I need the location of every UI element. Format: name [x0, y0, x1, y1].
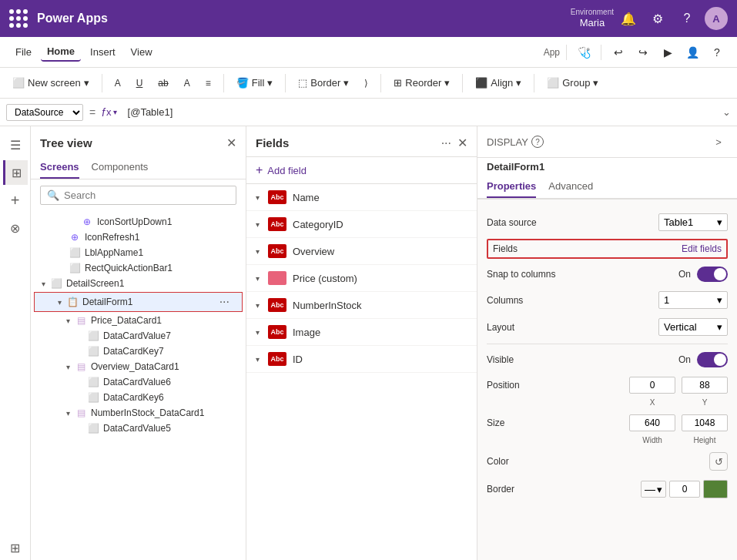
tree-item-numberinstock-datacard1[interactable]: ▾ ▤ NumberInStock_DataCard1 — [31, 405, 246, 421]
card-icon: ▤ — [74, 315, 88, 326]
align-text-button[interactable]: ≡ — [199, 75, 217, 92]
tree-item-lblappname1[interactable]: ⬜ LblAppName1 — [31, 245, 246, 260]
help-topbar-icon[interactable]: ? — [675, 7, 698, 30]
sidebar-treeview-icon[interactable]: ⊞ — [3, 160, 28, 185]
prop-divider1 — [487, 344, 728, 344]
field-item-numberinstock[interactable]: ▾ Abc NumberInStock — [246, 292, 477, 319]
tree-label: DataCardKey7 — [103, 346, 236, 357]
tree-item-datacardvalue7[interactable]: ⬜ DataCardValue7 — [31, 328, 246, 344]
tree-item-detailform1[interactable]: ▾ 📋 DetailForm1 ··· — [34, 292, 243, 312]
property-selector[interactable]: DataSource — [6, 104, 83, 121]
formula-expand-icon[interactable]: ⌄ — [722, 106, 731, 118]
app-launcher-icon[interactable] — [9, 9, 28, 28]
tree-item-price-datacard1[interactable]: ▾ ▤ Price_DataCard1 — [31, 313, 246, 328]
tree-item-rectquickactionbar1[interactable]: ⬜ RectQuickActionBar1 — [31, 260, 246, 276]
avatar[interactable]: A — [705, 7, 728, 30]
group-button[interactable]: ⬜ Group ▾ — [541, 74, 605, 92]
menu-insert[interactable]: Insert — [84, 43, 122, 61]
tree-item-overview-datacard1[interactable]: ▾ ▤ Overview_DataCard1 — [31, 359, 246, 374]
strikethrough-button[interactable]: ab — [152, 75, 174, 92]
field-chevron-name: ▾ — [256, 193, 268, 202]
fields-close-button[interactable]: ✕ — [457, 136, 467, 150]
menu-view[interactable]: View — [125, 43, 159, 61]
field-item-name[interactable]: ▾ Abc Name — [246, 184, 477, 211]
run-icon[interactable]: ▶ — [657, 42, 678, 63]
tree-label: DataCardValue7 — [103, 330, 236, 341]
fields-more-icon[interactable]: ··· — [441, 136, 451, 150]
menu-home[interactable]: Home — [41, 42, 81, 62]
chevron-down-card: ▾ — [62, 317, 74, 325]
tree-item-datacardkey6[interactable]: ⬜ DataCardKey6 — [31, 390, 246, 405]
tab-components[interactable]: Components — [92, 156, 149, 179]
tree-close-button[interactable]: ✕ — [226, 136, 236, 150]
help-menubar-icon[interactable]: ? — [706, 42, 728, 63]
size-label: Size — [487, 417, 579, 428]
color-picker-icon[interactable]: ↺ — [709, 452, 728, 471]
share-icon[interactable]: 👤 — [682, 42, 703, 63]
tree-item-iconsortupdown1[interactable]: ⊕ IconSortUpDown1 — [31, 214, 246, 230]
sidebar-variables-icon[interactable]: ⊞ — [3, 535, 28, 560]
sidebar-data-icon[interactable]: ⊗ — [3, 216, 28, 240]
border-line-icon: — — [645, 483, 655, 495]
sidebar-menu-icon[interactable]: ☰ — [3, 132, 28, 157]
font-size-button[interactable]: A — [178, 75, 196, 92]
border-toolbar-button[interactable]: ⬚ Border ▾ — [292, 74, 355, 92]
field-label-overview: Overview — [293, 246, 467, 257]
bell-icon[interactable]: 🔔 — [617, 7, 640, 30]
field-chevron-price: ▾ — [256, 274, 268, 283]
border-width-input[interactable] — [669, 481, 700, 498]
health-icon[interactable]: 🩺 — [573, 42, 595, 63]
field-item-overview[interactable]: ▾ Abc Overview — [246, 238, 477, 265]
field-chevron-image: ▾ — [256, 328, 268, 337]
underline-button[interactable]: U — [130, 75, 149, 92]
tree-item-iconrefresh1[interactable]: ⊕ IconRefresh1 — [31, 230, 246, 245]
redo-icon[interactable]: ↪ — [632, 42, 654, 63]
menu-file[interactable]: File — [9, 43, 38, 61]
environment-selector[interactable]: Environment Maria — [571, 7, 614, 30]
columns-selector[interactable]: 1 ▾ — [658, 291, 728, 309]
add-field-button[interactable]: + Add field — [246, 157, 477, 184]
tree-item-datacardkey7[interactable]: ⬜ DataCardKey7 — [31, 344, 246, 359]
text-format-button[interactable]: A — [109, 75, 127, 92]
snap-toggle[interactable] — [697, 267, 728, 282]
reorder-button[interactable]: ⊞ Reorder ▾ — [387, 74, 456, 92]
edit-fields-button[interactable]: Edit fields — [682, 243, 722, 254]
fields-panel: Fields ··· ✕ + Add field ▾ Abc Name ▾ Ab… — [246, 126, 477, 560]
size-width-input[interactable] — [629, 414, 675, 431]
size-height-input[interactable] — [682, 414, 728, 431]
tree-item-datacardvalue5[interactable]: ⬜ DataCardValue5 — [31, 421, 246, 436]
tab-properties[interactable]: Properties — [487, 176, 536, 198]
chevron-down-cols-icon: ▾ — [717, 294, 722, 306]
display-help-icon[interactable]: ? — [531, 136, 544, 148]
position-x-input[interactable] — [629, 377, 675, 394]
tab-advanced[interactable]: Advanced — [548, 176, 593, 198]
visible-toggle[interactable] — [697, 352, 728, 367]
tree-item-detailscreen1[interactable]: ▾ ⬜ DetailScreen1 — [31, 276, 246, 291]
undo-icon[interactable]: ↩ — [608, 42, 629, 63]
search-input[interactable] — [64, 189, 229, 201]
props-expand-icon[interactable]: > — [709, 132, 728, 151]
expand-button[interactable]: ⟩ — [358, 75, 374, 92]
formula-input[interactable] — [123, 105, 716, 119]
tree-search-box[interactable]: 🔍 — [40, 186, 236, 205]
position-y-input[interactable] — [682, 377, 728, 394]
sidebar-add-icon[interactable]: + — [3, 188, 28, 213]
tree-item-menu-icon[interactable]: ··· — [216, 295, 233, 309]
field-item-price[interactable]: ▾ Price (custom) — [246, 265, 477, 292]
field-item-image[interactable]: ▾ Abc Image — [246, 319, 477, 346]
tree-item-datacardvalue6[interactable]: ⬜ DataCardValue6 — [31, 374, 246, 390]
field-item-id[interactable]: ▾ Abc ID — [246, 346, 477, 373]
fx-button[interactable]: f x ▾ — [102, 106, 116, 119]
tab-screens[interactable]: Screens — [40, 156, 79, 179]
datasource-selector[interactable]: Table1 ▾ — [658, 213, 728, 231]
settings-icon[interactable]: ⚙ — [646, 7, 669, 30]
new-screen-button[interactable]: ⬜ New screen ▾ — [6, 74, 95, 92]
tree-label: RectQuickActionBar1 — [85, 263, 236, 273]
field-item-categoryid[interactable]: ▾ Abc CategoryID — [246, 211, 477, 238]
border-style-selector[interactable]: — ▾ — [641, 481, 666, 498]
fill-button[interactable]: 🪣 Fill ▾ — [230, 74, 280, 92]
border-color-swatch[interactable] — [703, 480, 728, 498]
label-icon2: ⬜ — [86, 330, 100, 341]
align-button[interactable]: ⬛ Align ▾ — [469, 74, 528, 92]
layout-selector[interactable]: Vertical ▾ — [658, 318, 728, 336]
